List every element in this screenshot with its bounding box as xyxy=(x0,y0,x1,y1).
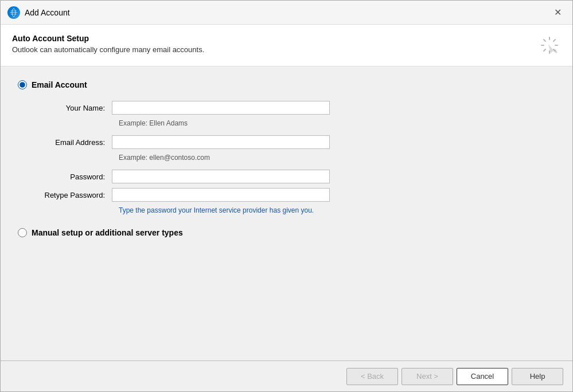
dialog-title: Add Account xyxy=(25,8,70,17)
password-label: Password: xyxy=(32,173,112,181)
your-name-hint: Example: Ellen Adams xyxy=(119,119,555,127)
svg-line-12 xyxy=(544,49,545,51)
title-bar: Add Account ✕ xyxy=(1,1,572,25)
email-account-radio[interactable] xyxy=(18,80,27,89)
retype-password-label: Retype Password: xyxy=(32,191,112,199)
back-button[interactable]: < Back xyxy=(346,368,398,385)
password-input[interactable] xyxy=(112,170,330,183)
your-name-input[interactable] xyxy=(112,101,330,115)
retype-password-row: Retype Password: xyxy=(32,188,555,202)
header-title: Auto Account Setup xyxy=(12,34,204,43)
email-address-label: Email Address: xyxy=(32,138,112,147)
manual-setup-option[interactable]: Manual setup or additional server types xyxy=(18,228,555,237)
svg-line-11 xyxy=(553,40,555,41)
email-address-input[interactable] xyxy=(112,135,330,149)
header-text: Auto Account Setup Outlook can automatic… xyxy=(12,34,204,54)
wand-icon xyxy=(538,34,561,57)
your-name-label: Your Name: xyxy=(32,104,112,112)
your-name-row: Your Name: xyxy=(32,101,555,115)
footer: < Back Next > Cancel Help xyxy=(1,360,572,391)
outlook-icon xyxy=(7,6,20,19)
main-content: Email Account Your Name: Example: Ellen … xyxy=(1,66,572,360)
manual-setup-radio[interactable] xyxy=(18,228,27,237)
retype-password-input[interactable] xyxy=(112,188,330,202)
cancel-button[interactable]: Cancel xyxy=(457,368,508,385)
close-icon: ✕ xyxy=(554,7,562,18)
help-button[interactable]: Help xyxy=(512,368,563,385)
manual-setup-label[interactable]: Manual setup or additional server types xyxy=(32,228,183,237)
header-section: Auto Account Setup Outlook can automatic… xyxy=(1,25,572,66)
password-hint: Type the password your Internet service … xyxy=(119,206,555,214)
header-subtitle: Outlook can automatically configure many… xyxy=(12,45,204,54)
form-section: Your Name: Example: Ellen Adams Email Ad… xyxy=(32,101,555,214)
next-button[interactable]: Next > xyxy=(402,368,453,385)
password-row: Password: xyxy=(32,170,555,183)
email-account-option[interactable]: Email Account xyxy=(18,80,555,89)
email-address-row: Email Address: xyxy=(32,135,555,149)
email-address-hint: Example: ellen@contoso.com xyxy=(119,154,555,162)
add-account-dialog: Add Account ✕ Auto Account Setup Outlook… xyxy=(0,0,573,392)
svg-line-9 xyxy=(544,40,545,41)
close-button[interactable]: ✕ xyxy=(549,5,566,21)
title-bar-left: Add Account xyxy=(7,6,70,19)
email-account-label[interactable]: Email Account xyxy=(32,80,87,89)
